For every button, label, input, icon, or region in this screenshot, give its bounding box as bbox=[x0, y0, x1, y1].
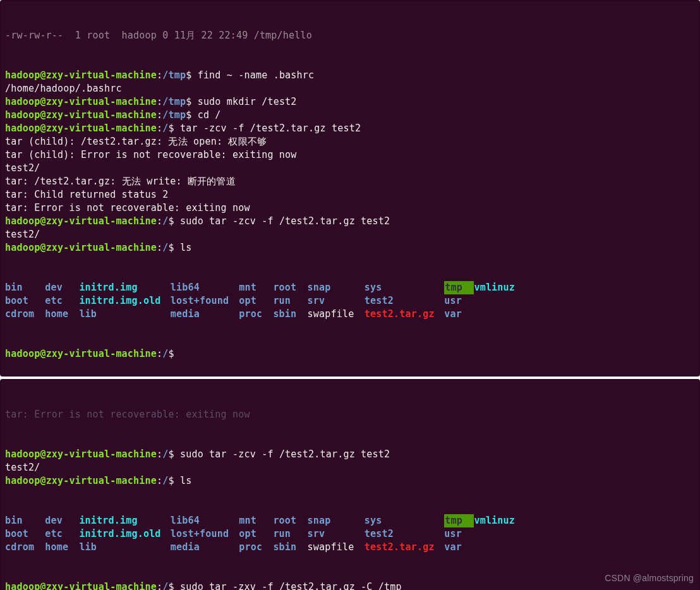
ls-item: usr bbox=[444, 294, 473, 308]
ls-row: cdromhomelibmediaprocsbinswapfiletest2.t… bbox=[5, 308, 695, 321]
ls-row: cdromhomelibmediaprocsbinswapfiletest2.t… bbox=[5, 541, 695, 554]
ls-item: boot bbox=[5, 294, 45, 308]
ls-item: lib64 bbox=[171, 281, 239, 294]
prompt-line[interactable]: hadoop@zxy-virtual-machine:/tmp$ find ~ … bbox=[5, 69, 695, 82]
ls-item: opt bbox=[239, 527, 273, 541]
prompt-user: hadoop bbox=[5, 109, 40, 121]
ls-item: cdrom bbox=[5, 308, 45, 321]
cut-line: tar: Error is not recoverable: exiting n… bbox=[5, 408, 695, 421]
ls-item: sys bbox=[365, 514, 444, 527]
command-text: find ~ -name .bashrc bbox=[198, 69, 315, 81]
ls-item: tmp bbox=[444, 281, 474, 294]
output-line: tar (child): /test2.tar.gz: 无法 open: 权限不… bbox=[5, 135, 695, 148]
ls-item: sbin bbox=[273, 541, 307, 554]
prompt-line[interactable]: hadoop@zxy-virtual-machine:/$ ls bbox=[5, 474, 695, 488]
output-line: test2/ bbox=[5, 228, 695, 241]
terminal-pane-1[interactable]: -rw-rw-r-- 1 root hadoop 0 11月 22 22:49 … bbox=[0, 0, 700, 376]
ls-item: sbin bbox=[273, 308, 307, 321]
ls-item: test2 bbox=[365, 527, 444, 541]
command-text: sudo mkdir /test2 bbox=[198, 96, 297, 107]
prompt-cwd: /tmp bbox=[162, 109, 186, 121]
prompt-user: hadoop bbox=[5, 215, 40, 227]
ls-item: dev bbox=[45, 281, 79, 294]
residual-line: -rw-rw-r-- 1 root hadoop 0 11月 22 22:49 … bbox=[5, 29, 695, 42]
ls-item: run bbox=[273, 294, 307, 308]
prompt-user: hadoop bbox=[5, 242, 40, 253]
ls-item: snap bbox=[308, 281, 365, 294]
ls-item: vmlinuz bbox=[474, 282, 515, 293]
ls-item: lib bbox=[79, 308, 170, 321]
prompt-line[interactable]: hadoop@zxy-virtual-machine:/$ sudo tar -… bbox=[5, 581, 695, 590]
prompt-host: zxy-virtual-machine bbox=[46, 96, 157, 107]
ls-item: initrd.img.old bbox=[79, 294, 170, 308]
prompt-host: zxy-virtual-machine bbox=[46, 475, 157, 486]
ls-item: etc bbox=[45, 527, 79, 541]
ls-item: swapfile bbox=[308, 541, 365, 554]
command-text: sudo tar -zcv -f /test2.tar.gz test2 bbox=[180, 449, 390, 460]
ls-item: test2.tar.gz bbox=[365, 308, 444, 321]
prompt-host: zxy-virtual-machine bbox=[46, 581, 157, 590]
ls-item: lost+found bbox=[171, 527, 239, 541]
ls-item: etc bbox=[45, 294, 79, 308]
output-line: tar: Error is not recoverable: exiting n… bbox=[5, 202, 695, 215]
ls-item: usr bbox=[444, 527, 473, 541]
ls-item: media bbox=[171, 308, 239, 321]
ls-item: initrd.img bbox=[79, 514, 170, 527]
ls-row: bootetcinitrd.img.oldlost+foundoptrunsrv… bbox=[5, 527, 695, 541]
ls-item: bin bbox=[5, 281, 45, 294]
command-text: cd / bbox=[198, 109, 221, 121]
ls-item: proc bbox=[239, 308, 273, 321]
ls-row: bindevinitrd.imglib64mntrootsnapsystmpvm… bbox=[5, 281, 695, 294]
ls-item: dev bbox=[45, 514, 79, 527]
terminal-pane-2[interactable]: tar: Error is not recoverable: exiting n… bbox=[0, 379, 700, 590]
prompt-host: zxy-virtual-machine bbox=[46, 242, 157, 253]
ls-row: bootetcinitrd.img.oldlost+foundoptrunsrv… bbox=[5, 294, 695, 308]
prompt-line[interactable]: hadoop@zxy-virtual-machine:/$ ls bbox=[5, 241, 695, 255]
ls-item: vmlinuz bbox=[474, 515, 515, 526]
prompt-host: zxy-virtual-machine bbox=[46, 123, 157, 134]
output-line: tar: Child returned status 2 bbox=[5, 188, 695, 202]
ls-item: root bbox=[273, 514, 307, 527]
output-line: tar (child): Error is not recoverable: e… bbox=[5, 148, 695, 162]
ls-item: srv bbox=[308, 527, 365, 541]
ls-item: test2.tar.gz bbox=[365, 541, 444, 554]
ls-item: run bbox=[273, 527, 307, 541]
prompt-line[interactable]: hadoop@zxy-virtual-machine:/$ tar -zcv -… bbox=[5, 122, 695, 135]
ls-item: swapfile bbox=[308, 308, 365, 321]
ls-item: boot bbox=[5, 527, 45, 541]
ls-item: bin bbox=[5, 514, 45, 527]
ls-item: opt bbox=[239, 294, 273, 308]
ls-item: lib bbox=[79, 541, 170, 554]
prompt-user: hadoop bbox=[5, 449, 40, 460]
ls-item: srv bbox=[308, 294, 365, 308]
prompt-host: zxy-virtual-machine bbox=[46, 215, 157, 227]
prompt-host: zxy-virtual-machine bbox=[46, 69, 157, 81]
command-text: tar -zcv -f /test2.tar.gz test2 bbox=[180, 123, 361, 134]
ls-item: cdrom bbox=[5, 541, 45, 554]
prompt-line[interactable]: hadoop@zxy-virtual-machine:/tmp$ cd / bbox=[5, 109, 695, 122]
prompt-line[interactable]: hadoop@zxy-virtual-machine:/$ sudo tar -… bbox=[5, 448, 695, 461]
prompt-cwd: /tmp bbox=[162, 69, 186, 81]
ls-item: mnt bbox=[239, 281, 273, 294]
ls-item: snap bbox=[308, 514, 365, 527]
prompt-empty[interactable]: hadoop@zxy-virtual-machine:/$ bbox=[5, 347, 695, 361]
prompt-line[interactable]: hadoop@zxy-virtual-machine:/tmp$ sudo mk… bbox=[5, 95, 695, 109]
ls-item: lib64 bbox=[171, 514, 239, 527]
prompt-user: hadoop bbox=[5, 475, 40, 486]
prompt-cwd: /tmp bbox=[162, 96, 186, 107]
prompt-user: hadoop bbox=[5, 69, 40, 81]
prompt-user: hadoop bbox=[5, 123, 40, 134]
ls-item: tmp bbox=[444, 514, 474, 527]
command-text: ls bbox=[180, 242, 191, 253]
ls-row: bindevinitrd.imglib64mntrootsnapsystmpvm… bbox=[5, 514, 695, 527]
command-text: sudo tar -zxv -f /test2.tar.gz -C /tmp bbox=[180, 581, 402, 590]
ls-item: mnt bbox=[239, 514, 273, 527]
prompt-host: zxy-virtual-machine bbox=[46, 109, 157, 121]
ls-item: home bbox=[45, 308, 79, 321]
output-line: test2/ bbox=[5, 162, 695, 175]
prompt-line[interactable]: hadoop@zxy-virtual-machine:/$ sudo tar -… bbox=[5, 215, 695, 228]
ls-item: lost+found bbox=[171, 294, 239, 308]
ls-item: sys bbox=[365, 281, 444, 294]
ls-item: proc bbox=[239, 541, 273, 554]
prompt-host: zxy-virtual-machine bbox=[46, 449, 157, 460]
